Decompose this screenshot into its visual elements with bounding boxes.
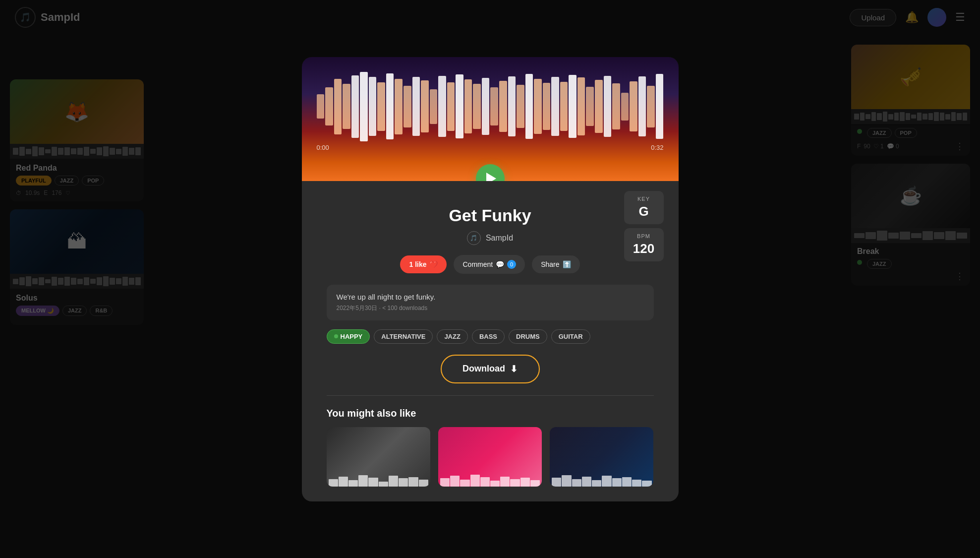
wave-bar bbox=[577, 77, 585, 135]
tag-bass[interactable]: BASS bbox=[472, 329, 505, 344]
share-label: Share bbox=[541, 260, 559, 268]
artist-name: SampId bbox=[486, 234, 513, 243]
share-button[interactable]: Share ⬆️ bbox=[532, 255, 579, 273]
wave-bar bbox=[517, 85, 524, 128]
download-label: Download bbox=[462, 364, 505, 374]
wave-bar bbox=[560, 82, 568, 131]
similar-card-smoke[interactable] bbox=[327, 427, 430, 487]
comment-count: 0 bbox=[507, 260, 516, 269]
key-value: G bbox=[633, 204, 655, 219]
wave-bar bbox=[386, 73, 394, 139]
comment-button[interactable]: Comment 💬 0 bbox=[454, 255, 525, 274]
chat-icon: 💬 bbox=[496, 260, 504, 268]
wave-bar bbox=[473, 84, 481, 129]
similar-waveform bbox=[438, 474, 542, 487]
action-row: 1 like ❤️ Comment 💬 0 Share ⬆️ bbox=[327, 255, 654, 274]
download-icon: ⬇ bbox=[510, 364, 518, 374]
wave-bar bbox=[551, 77, 559, 136]
modal-body: Key G BPM 120 Get Funky 🎵 SampId 1 like bbox=[302, 181, 679, 501]
wave-bar bbox=[499, 81, 507, 131]
description-text: We're up all night to get funky. bbox=[337, 293, 644, 301]
key-label: Key bbox=[633, 196, 655, 202]
wave-bar bbox=[456, 74, 463, 138]
wave-bar bbox=[586, 87, 594, 126]
divider bbox=[327, 395, 654, 396]
tag-alternative[interactable]: ALTERNATIVE bbox=[374, 329, 433, 344]
bpm-value: 120 bbox=[633, 241, 655, 256]
similar-card-pink-car[interactable] bbox=[438, 427, 542, 487]
key-bpm-panel: Key G BPM 120 bbox=[624, 191, 664, 261]
wave-bar bbox=[325, 87, 333, 125]
wave-bar bbox=[395, 79, 403, 134]
similar-card-dark[interactable] bbox=[550, 427, 653, 487]
description-meta: 2022年5月30日 · < 100 downloads bbox=[337, 304, 644, 312]
genre-tags: HAPPY ALTERNATIVE JAZZ BASS DRUMS GUITAR bbox=[327, 329, 654, 344]
wave-bar bbox=[430, 89, 438, 124]
download-button[interactable]: Download ⬇ bbox=[441, 355, 540, 383]
wave-bar bbox=[595, 80, 603, 133]
bpm-label: BPM bbox=[633, 233, 655, 239]
wave-bar bbox=[360, 72, 368, 141]
wave-bar bbox=[508, 76, 516, 137]
play-icon bbox=[486, 173, 496, 181]
wave-bar bbox=[404, 86, 411, 127]
wave-bar bbox=[421, 80, 429, 132]
wave-bar bbox=[377, 82, 385, 131]
tag-happy[interactable]: HAPPY bbox=[327, 329, 370, 344]
player-section: 0:00 0:32 bbox=[302, 57, 679, 181]
similar-waveform bbox=[327, 474, 430, 487]
wave-bar bbox=[638, 76, 646, 136]
wave-bar bbox=[534, 79, 542, 134]
wave-bar bbox=[630, 81, 637, 131]
wave-bar bbox=[351, 75, 359, 138]
wave-bar bbox=[343, 84, 350, 129]
key-card: Key G bbox=[624, 191, 664, 224]
tag-drums[interactable]: DRUMS bbox=[509, 329, 547, 344]
wave-bar bbox=[464, 79, 472, 133]
happy-dot bbox=[334, 334, 338, 338]
wave-bar bbox=[447, 82, 455, 131]
waveform-display[interactable] bbox=[317, 72, 664, 141]
wave-bar bbox=[525, 74, 533, 139]
overlay[interactable]: 0:00 0:32 Key G BPM 120 Get Funky bbox=[0, 0, 980, 558]
wave-bar bbox=[621, 93, 629, 121]
like-count: 1 like bbox=[409, 260, 426, 268]
wave-bar bbox=[482, 78, 490, 135]
artist-row[interactable]: 🎵 SampId bbox=[327, 231, 654, 245]
wave-bar bbox=[490, 87, 498, 125]
heart-icon: ❤️ bbox=[429, 260, 438, 268]
wave-bar bbox=[369, 77, 377, 136]
similar-waveform bbox=[550, 474, 653, 487]
bpm-card: BPM 120 bbox=[624, 228, 664, 261]
tag-jazz[interactable]: JAZZ bbox=[437, 329, 468, 344]
wave-bar bbox=[412, 77, 420, 136]
share-icon: ⬆️ bbox=[563, 260, 571, 268]
wave-bar bbox=[656, 74, 664, 138]
wave-bar bbox=[334, 79, 342, 134]
wave-bar bbox=[438, 76, 446, 137]
wave-bar bbox=[647, 86, 655, 127]
artist-logo: 🎵 bbox=[467, 231, 481, 245]
tag-guitar[interactable]: GUITAR bbox=[551, 329, 590, 344]
like-button[interactable]: 1 like ❤️ bbox=[400, 255, 447, 273]
section-title: You might also like bbox=[327, 408, 654, 419]
wave-bar bbox=[569, 75, 576, 138]
wave-bar bbox=[317, 94, 325, 119]
time-start: 0:00 bbox=[317, 144, 329, 151]
song-title: Get Funky bbox=[327, 206, 654, 225]
description-box: We're up all night to get funky. 2022年5月… bbox=[327, 285, 654, 320]
wave-bar bbox=[612, 83, 620, 129]
similar-grid bbox=[327, 427, 654, 487]
modal: 0:00 0:32 Key G BPM 120 Get Funky bbox=[302, 57, 679, 501]
comment-label: Comment bbox=[462, 260, 493, 268]
wave-bar bbox=[604, 76, 612, 137]
time-end: 0:32 bbox=[651, 144, 663, 151]
wave-bar bbox=[543, 83, 551, 130]
